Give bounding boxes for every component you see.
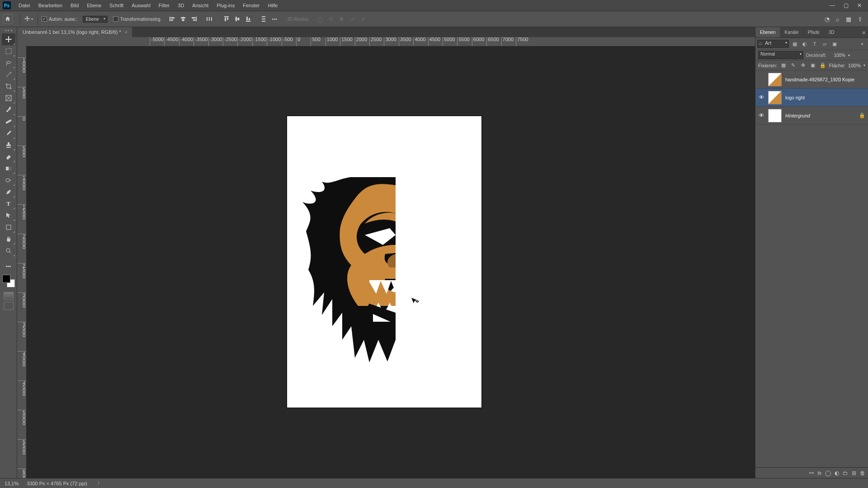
panel-menu-button[interactable]: ≡ bbox=[860, 27, 868, 38]
lock-transparency-button[interactable]: ▩ bbox=[780, 62, 787, 69]
filter-adjust-button[interactable]: ◐ bbox=[801, 40, 809, 48]
close-button[interactable]: ✕ bbox=[853, 0, 866, 11]
menu-auswahl[interactable]: Auswahl bbox=[127, 0, 155, 11]
eyedropper-tool[interactable] bbox=[2, 104, 15, 116]
align-left-button[interactable] bbox=[168, 14, 177, 23]
filter-smart-button[interactable]: ▣ bbox=[830, 40, 839, 48]
lock-image-button[interactable]: ✎ bbox=[790, 62, 797, 69]
visibility-toggle[interactable]: 👁 bbox=[755, 94, 767, 101]
auto-select-checkbox[interactable] bbox=[42, 16, 47, 22]
document-canvas[interactable] bbox=[287, 116, 481, 408]
lasso-tool[interactable] bbox=[2, 57, 15, 69]
dodge-tool[interactable] bbox=[2, 174, 15, 186]
align-bottom-button[interactable] bbox=[244, 14, 253, 23]
new-layer-button[interactable]: ⊞ bbox=[852, 470, 856, 476]
edit-toolbar-button[interactable]: ••• bbox=[2, 260, 15, 272]
menu-bearbeiten[interactable]: Bearbeiten bbox=[34, 0, 66, 11]
menu-fenster[interactable]: Fenster bbox=[239, 0, 264, 11]
menu-bild[interactable]: Bild bbox=[66, 0, 83, 11]
ruler-origin[interactable] bbox=[17, 37, 26, 46]
filter-shape-button[interactable]: ▱ bbox=[821, 40, 829, 48]
layer-row[interactable]: handmade-4926872_1920 Kopie bbox=[755, 70, 868, 89]
tab-paths[interactable]: Pfade bbox=[803, 27, 824, 38]
auto-select-target-dropdown[interactable]: Ebene bbox=[83, 16, 108, 23]
pen-tool[interactable] bbox=[2, 186, 15, 198]
layer-fx-button[interactable]: fx bbox=[817, 470, 821, 476]
layer-mask-button[interactable]: ◯ bbox=[825, 470, 831, 476]
visibility-toggle[interactable]: 👁 bbox=[755, 112, 767, 119]
layer-filter-type-dropdown[interactable]: Art▾ bbox=[757, 40, 789, 48]
layer-row[interactable]: 👁Hintergrund🔒 bbox=[755, 107, 868, 125]
align-top-button[interactable] bbox=[222, 14, 231, 23]
layer-thumbnail[interactable] bbox=[768, 91, 782, 104]
minimize-button[interactable]: — bbox=[826, 0, 839, 11]
document-tab[interactable]: Unbenannt-1 bei 13,1% (logo right, RGB/8… bbox=[17, 27, 132, 37]
horizontal-ruler[interactable]: -5000-4500-4000-3500-3000-2500-2000-1500… bbox=[26, 37, 755, 46]
align-center-h-button[interactable] bbox=[179, 14, 188, 23]
distribute-h-button[interactable] bbox=[205, 14, 214, 23]
cloud-docs-button[interactable]: ◔ bbox=[825, 16, 830, 23]
menu-ansicht[interactable]: Ansicht bbox=[188, 0, 212, 11]
more-align-button[interactable]: ••• bbox=[270, 14, 279, 23]
maximize-button[interactable]: ▢ bbox=[839, 0, 853, 11]
lock-artboard-button[interactable]: ▣ bbox=[809, 62, 816, 69]
search-button[interactable]: ⌕ bbox=[836, 16, 840, 23]
menu-ebene[interactable]: Ebene bbox=[83, 0, 105, 11]
menu-datei[interactable]: Datei bbox=[14, 0, 34, 11]
transform-controls-checkbox[interactable] bbox=[113, 16, 118, 22]
eraser-tool[interactable] bbox=[2, 151, 15, 163]
zoom-level[interactable]: 13,1% bbox=[5, 481, 19, 486]
filter-type-button[interactable]: T bbox=[811, 40, 819, 48]
menu-schrift[interactable]: Schrift bbox=[105, 0, 127, 11]
filter-toggle-button[interactable]: ⌖ bbox=[858, 40, 866, 48]
close-tab-button[interactable]: × bbox=[125, 29, 127, 35]
align-center-v-button[interactable] bbox=[233, 14, 242, 23]
layer-name[interactable]: handmade-4926872_1920 Kopie bbox=[785, 77, 854, 82]
wand-tool[interactable] bbox=[2, 69, 15, 80]
vertical-ruler[interactable]: 1500100050005001000150020002500300035004… bbox=[17, 46, 26, 478]
home-button[interactable] bbox=[3, 14, 13, 24]
workspace-button[interactable]: ▦ bbox=[846, 16, 851, 23]
healing-tool[interactable] bbox=[2, 116, 15, 127]
layer-row[interactable]: 👁logo right bbox=[755, 89, 868, 107]
doc-info-menu-button[interactable]: 〉 bbox=[97, 480, 102, 487]
path-select-tool[interactable] bbox=[2, 210, 15, 221]
layer-thumbnail[interactable] bbox=[768, 109, 782, 122]
tab-layers[interactable]: Ebenen bbox=[755, 27, 780, 38]
menu-plug-ins[interactable]: Plug-ins bbox=[212, 0, 239, 11]
lock-all-button[interactable]: 🔒 bbox=[819, 62, 826, 69]
delete-layer-button[interactable]: 🗑 bbox=[860, 470, 865, 476]
adjustment-layer-button[interactable]: ◐ bbox=[835, 470, 839, 476]
type-tool[interactable]: T bbox=[2, 198, 15, 210]
hand-tool[interactable] bbox=[2, 233, 15, 245]
menu-hilfe[interactable]: Hilfe bbox=[264, 0, 282, 11]
tab-channels[interactable]: Kanäle bbox=[780, 27, 803, 38]
foreground-color-swatch[interactable] bbox=[2, 275, 10, 283]
menu-filter[interactable]: Filter bbox=[155, 0, 174, 11]
tab-3d[interactable]: 3D bbox=[824, 27, 839, 38]
group-button[interactable]: 🗀 bbox=[843, 470, 848, 476]
fill-value[interactable]: 100% bbox=[848, 63, 861, 68]
panel-grip[interactable] bbox=[5, 30, 12, 32]
link-layers-button[interactable]: ⚯ bbox=[809, 470, 814, 476]
move-tool[interactable] bbox=[2, 33, 15, 45]
doc-info[interactable]: 3300 Px × 4765 Px (72 ppi) bbox=[27, 481, 87, 486]
align-right-button[interactable] bbox=[189, 14, 198, 23]
shape-tool[interactable] bbox=[2, 221, 15, 233]
lock-position-button[interactable]: ✥ bbox=[800, 62, 807, 69]
marquee-tool[interactable] bbox=[2, 45, 15, 57]
frame-tool[interactable] bbox=[2, 92, 15, 104]
gradient-tool[interactable] bbox=[2, 163, 15, 174]
tool-preset-button[interactable]: ▾ bbox=[24, 14, 33, 23]
layer-thumbnail[interactable] bbox=[768, 73, 782, 86]
screenmode-button[interactable] bbox=[4, 302, 14, 310]
layer-name[interactable]: Hintergrund bbox=[785, 113, 810, 118]
distribute-v-button[interactable] bbox=[259, 14, 268, 23]
brush-tool[interactable] bbox=[2, 127, 15, 139]
color-swatches[interactable] bbox=[2, 275, 15, 287]
share-button[interactable]: ⇪ bbox=[858, 16, 863, 23]
layer-name[interactable]: logo right bbox=[785, 95, 805, 100]
menu-3d[interactable]: 3D bbox=[174, 0, 188, 11]
quickmask-button[interactable] bbox=[4, 292, 14, 300]
blend-mode-dropdown[interactable]: Normal bbox=[758, 51, 803, 59]
